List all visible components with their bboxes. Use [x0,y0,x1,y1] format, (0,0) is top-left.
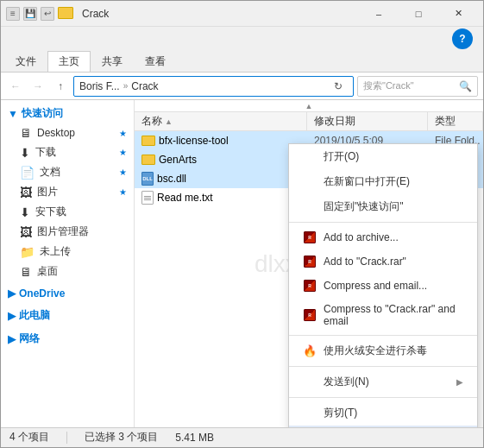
file-list: ▲ 名称 ▲ 修改日期 类型 bfx-license-tool 2019/10/… [135,100,483,427]
window-controls: – □ ✕ [359,2,478,26]
ctx-sendto-label: 发送到(N) [324,375,369,389]
file-cell-name: GenArts [138,154,311,166]
ctx-pin[interactable]: 固定到"快速访问" [289,194,477,219]
sidebar-label-picmanager: 图片管理器 [37,224,127,239]
close-button[interactable]: ✕ [438,2,478,26]
col-type-label: 类型 [435,114,456,129]
sidebar-item-picmanager[interactable]: 🖼 图片管理器 [1,222,134,242]
pics-icon: 🖼 [20,186,32,199]
address-path[interactable]: Boris F... » Crack ↻ [73,76,354,97]
sidebar-item-download[interactable]: ⬇ 下载 ★ [1,142,134,162]
save-icon[interactable]: 💾 [23,7,37,21]
network-label: 网络 [19,331,40,346]
sidebar-label-notup: 未上传 [40,244,127,259]
rar-icon-3: R [303,279,317,293]
ctx-antivirus-label: 使用火绒安全进行杀毒 [324,344,427,358]
download-icon: ⬇ [20,146,30,160]
col-date-label: 修改日期 [314,114,355,129]
dll-icon: DLL [141,172,154,186]
file-name: bsc.dll [157,173,186,185]
tab-share[interactable]: 共享 [91,51,134,72]
ctx-add-crack-rar[interactable]: R Add to "Crack.rar" [289,249,477,274]
search-icon[interactable]: 🔍 [459,80,472,92]
ctx-compress-email[interactable]: R Compress and email... [289,274,477,298]
col-header-date[interactable]: 修改日期 [307,112,428,130]
rar-icon-1: R [303,230,317,244]
minimize-button[interactable]: – [359,2,399,26]
ctx-add-archive[interactable]: R Add to archive... [289,225,477,249]
col-header-name[interactable]: 名称 ▲ [135,112,307,130]
ribbon-tabs: 文件 主页 共享 查看 [1,49,483,72]
ctx-sep-4 [289,397,477,398]
folder-icon [141,136,155,146]
quick-access-label: 快速访问 [22,106,63,121]
tab-home[interactable]: 主页 [47,51,91,72]
file-list-header: 名称 ▲ 修改日期 类型 [135,112,483,131]
sidebar-item-desktop2[interactable]: 🖥 桌面 [1,262,134,281]
ctx-compress-crack-email-label: Compress to "Crack.rar" and email [324,303,463,327]
undo-icon[interactable]: ↩ [41,7,54,21]
back-button[interactable]: ← [6,77,25,96]
up-button[interactable]: ↑ [51,77,70,96]
refresh-button[interactable]: ↻ [329,77,348,96]
onedrive-label: OneDrive [19,287,65,300]
chevron-right-icon2: ▶ [8,310,16,322]
sidebar-label-anzaizai: 安下载 [35,205,127,219]
address-bar: ← → ↑ Boris F... » Crack ↻ 搜索"Crack" 🔍 [1,73,483,100]
sidebar-label-desktop2: 桌面 [37,264,127,279]
ctx-add-archive-label: Add to archive... [324,231,399,243]
file-name: bfx-license-tool [159,135,229,147]
ctx-pin-label: 固定到"快速访问" [324,199,404,214]
sidebar-label-pics: 图片 [37,185,114,199]
ctx-open-new[interactable]: 在新窗口中打开(E) [289,169,477,194]
ctx-compress-crack-email[interactable]: R Compress to "Crack.rar" and email [289,298,477,332]
chevron-right-icon3: ▶ [8,333,16,345]
sidebar-label-desktop: Desktop [37,127,114,139]
path-segment-borisf[interactable]: Boris F... [79,80,120,92]
col-header-type[interactable]: 类型 [428,112,483,130]
sidebar-item-desktop[interactable]: 🖥 Desktop ★ [1,123,134,142]
thispc-header[interactable]: ▶ 此电脑 [1,306,134,325]
rar-icon-4: R [303,308,317,322]
pin-icon2: ★ [119,148,127,157]
sidebar: ▼ 快速访问 🖥 Desktop ★ ⬇ 下载 ★ 📄 文档 ★ 🖼 图片 [1,100,135,427]
sort-indicator: ▲ [135,100,483,112]
ctx-open[interactable]: 打开(O) [289,144,477,169]
network-header[interactable]: ▶ 网络 [1,329,134,349]
sidebar-item-notup[interactable]: 📁 未上传 [1,242,134,262]
tab-view[interactable]: 查看 [134,51,177,72]
ctx-cut[interactable]: 剪切(T) [289,401,477,426]
txt-icon [141,191,154,205]
thispc-label: 此电脑 [19,308,50,323]
fire-icon: 🔥 [303,344,317,358]
ctx-antivirus[interactable]: 🔥 使用火绒安全进行杀毒 [289,338,477,363]
quick-access-header[interactable]: ▼ 快速访问 [1,104,134,123]
file-cell-name: DLL bsc.dll [138,172,311,186]
status-count: 4 个项目 [9,430,49,445]
chevron-down-icon: ▼ [8,108,18,120]
forward-button[interactable]: → [28,77,47,96]
rar-icon-2: R [303,255,317,268]
path-separator: » [123,81,129,91]
path-segment-crack[interactable]: Crack [131,80,158,92]
ctx-copy[interactable]: 复制(C) [289,426,477,427]
onedrive-header[interactable]: ▶ OneDrive [1,285,134,302]
sidebar-item-anzaizai[interactable]: ⬇ 安下载 [1,202,134,222]
quick-access-section: ▼ 快速访问 🖥 Desktop ★ ⬇ 下载 ★ 📄 文档 ★ 🖼 图片 [1,104,134,281]
help-button[interactable]: ? [452,28,473,49]
onedrive-section: ▶ OneDrive [1,285,134,302]
system-menu-icon[interactable]: ≡ [6,7,20,21]
ctx-open-new-label: 在新窗口中打开(E) [324,174,410,189]
docs-icon: 📄 [20,166,35,180]
maximize-button[interactable]: □ [399,2,438,26]
sidebar-item-pics[interactable]: 🖼 图片 ★ [1,182,134,202]
search-box[interactable]: 搜索"Crack" 🔍 [357,76,478,97]
tab-file[interactable]: 文件 [4,51,47,72]
main-area: ▼ 快速访问 🖥 Desktop ★ ⬇ 下载 ★ 📄 文档 ★ 🖼 图片 [1,100,483,427]
sidebar-item-docs[interactable]: 📄 文档 ★ [1,162,134,182]
ctx-sendto[interactable]: 发送到(N) ▶ [289,369,477,394]
pin-icon3: ★ [119,167,127,177]
sort-arrow: ▲ [165,117,173,126]
sidebar-label-docs: 文档 [40,165,114,180]
ctx-compress-email-label: Compress and email... [324,280,427,292]
